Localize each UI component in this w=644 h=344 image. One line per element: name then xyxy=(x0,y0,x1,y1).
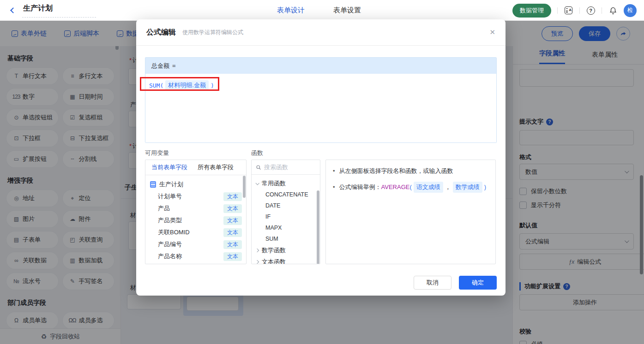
function-item[interactable]: IF xyxy=(252,211,320,222)
variable-row[interactable]: 产品类型 文本 xyxy=(145,214,246,226)
tab-form-settings[interactable]: 表单设置 xyxy=(333,6,361,15)
variable-row[interactable]: 产品 文本 xyxy=(145,202,246,214)
divider xyxy=(602,7,602,14)
variable-row[interactable]: 产品名称 文本 xyxy=(145,250,246,262)
help-icon[interactable] xyxy=(586,6,596,15)
example-field-chip: 语文成绩 xyxy=(414,182,443,193)
variable-row[interactable]: 关联BOMID 文本 xyxy=(145,226,246,238)
tab-form-design[interactable]: 表单设计 xyxy=(277,6,305,15)
notification-bell-icon[interactable] xyxy=(608,6,618,15)
data-manage-button[interactable]: 数据管理 xyxy=(512,4,551,18)
function-item[interactable]: SUM xyxy=(252,233,320,244)
type-badge: 文本 xyxy=(223,216,242,225)
modal-title: 公式编辑 xyxy=(146,28,176,37)
tab-all-form-fields[interactable]: 所有表单字段 xyxy=(187,163,234,172)
formula-help-panel: • 从左侧面板选择字段名和函数，或输入函数 • 公式编辑举例： AVERAGE … xyxy=(325,160,496,264)
help-line-1: 从左侧面板选择字段名和函数，或输入函数 xyxy=(339,166,453,176)
chevron-down-icon xyxy=(255,181,259,185)
contacts-icon[interactable] xyxy=(564,6,573,15)
cancel-button[interactable]: 取消 xyxy=(414,276,451,290)
functions-scrollbar[interactable] xyxy=(317,190,319,264)
example-field-chip: 数学成绩 xyxy=(453,182,482,193)
red-highlight-annotation xyxy=(140,77,219,91)
type-badge: 文本 xyxy=(223,192,242,201)
divider xyxy=(579,7,580,14)
functions-panel: 常用函数 CONCATENATE DATE IF MAPX SU xyxy=(251,160,320,264)
variable-tree-root[interactable]: 生产计划 xyxy=(145,178,246,190)
function-group[interactable]: 文本函数 xyxy=(252,256,320,264)
page-title: 生产计划 xyxy=(23,4,53,12)
chevron-right-icon xyxy=(255,260,259,263)
modal-subtitle: 使用数学运算符编辑公式 xyxy=(182,29,243,36)
form-title-wrap[interactable]: 生产计划 xyxy=(22,3,96,18)
function-search-input[interactable] xyxy=(264,164,310,171)
example-function: AVERAGE xyxy=(381,183,410,192)
back-chevron-icon xyxy=(10,7,16,13)
back-button[interactable] xyxy=(7,5,18,16)
type-badge: 文本 xyxy=(223,240,242,249)
search-icon xyxy=(256,165,261,170)
help-line-2-label: 公式编辑举例： xyxy=(339,183,381,192)
variables-label: 可用变量 xyxy=(145,149,169,157)
formula-editor-area[interactable]: SUM( 材料明细.金额 ) xyxy=(145,74,496,142)
confirm-button[interactable]: 确定 xyxy=(459,276,497,290)
variable-row[interactable]: 计划单号 文本 xyxy=(145,190,246,202)
nav-tabs: 表单设计 表单设置 xyxy=(277,0,361,21)
form-doc-icon xyxy=(150,181,156,188)
variables-panel: 当前表单字段 所有表单字段 生产计划 计划单号 文本 xyxy=(145,160,247,264)
variable-row[interactable]: 产品编号 文本 xyxy=(145,238,246,250)
chevron-right-icon xyxy=(255,248,259,252)
function-group[interactable]: 数学函数 xyxy=(252,244,320,256)
type-badge: 文本 xyxy=(223,228,242,237)
function-group-common[interactable]: 常用函数 xyxy=(252,178,320,189)
variables-scrollbar[interactable] xyxy=(243,176,246,198)
function-item[interactable]: DATE xyxy=(252,200,320,211)
type-badge: 文本 xyxy=(223,204,242,213)
formula-target-bar: 总金额= xyxy=(145,58,496,74)
functions-label: 函数 xyxy=(251,149,263,157)
tab-current-form-fields[interactable]: 当前表单字段 xyxy=(145,163,187,172)
divider xyxy=(557,7,558,14)
top-nav: 生产计划 表单设计 表单设置 数据管理 检 xyxy=(0,0,644,21)
function-item[interactable]: CONCATENATE xyxy=(252,189,320,200)
function-search[interactable] xyxy=(252,160,320,175)
type-badge: 文本 xyxy=(223,252,242,261)
formula-box: 总金额= SUM( 材料明细.金额 ) xyxy=(145,57,497,143)
function-item[interactable]: MAPX xyxy=(252,222,320,233)
avatar[interactable]: 检 xyxy=(624,4,637,17)
close-icon[interactable]: ✕ xyxy=(489,28,495,36)
formula-editor-modal: 公式编辑 使用数学运算符编辑公式 ✕ 总金额= SUM( 材料明细.金额 ) 可… xyxy=(136,19,506,296)
